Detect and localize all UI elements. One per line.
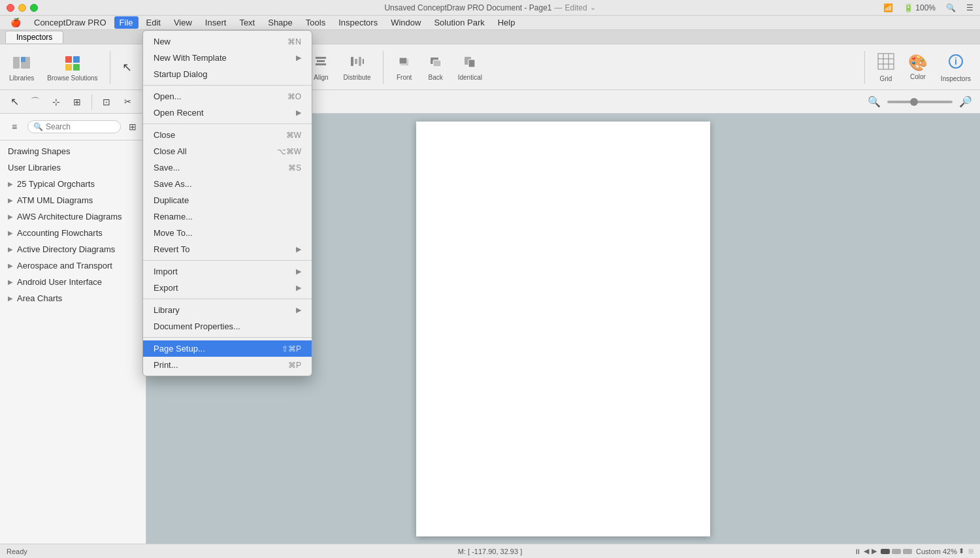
menu-sep-3 <box>143 260 312 261</box>
menu-item-open-recent[interactable]: Open Recent ▶ <box>143 105 312 121</box>
menu-item-revert[interactable]: Revert To ▶ <box>143 241 312 257</box>
menu-item-rename[interactable]: Rename... <box>143 208 312 225</box>
submenu-arrow: ▶ <box>296 267 301 276</box>
submenu-arrow: ▶ <box>296 54 301 62</box>
menu-item-save-as[interactable]: Save As... <box>143 176 312 192</box>
menu-item-close[interactable]: Close ⌘W <box>143 127 312 143</box>
submenu-arrow: ▶ <box>296 284 301 292</box>
menu-item-move-to[interactable]: Move To... <box>143 225 312 241</box>
menu-item-doc-properties[interactable]: Document Properties... <box>143 318 312 335</box>
submenu-arrow: ▶ <box>296 245 301 254</box>
menu-item-save[interactable]: Save... ⌘S <box>143 159 312 176</box>
menu-item-duplicate[interactable]: Duplicate <box>143 192 312 208</box>
menu-item-startup[interactable]: Startup Dialog <box>143 66 312 82</box>
menu-item-close-all[interactable]: Close All ⌥⌘W <box>143 143 312 159</box>
file-dropdown-menu: New ⌘N New With Template ▶ Startup Dialo… <box>142 30 312 376</box>
dropdown-overlay: New ⌘N New With Template ▶ Startup Dialo… <box>0 0 980 558</box>
submenu-arrow: ▶ <box>296 108 301 117</box>
menu-item-new-template[interactable]: New With Template ▶ <box>143 50 312 66</box>
menu-item-export[interactable]: Export ▶ <box>143 280 312 296</box>
menu-item-print[interactable]: Print... ⌘P <box>143 357 312 373</box>
menu-item-page-setup[interactable]: Page Setup... ⇧⌘P <box>143 340 312 357</box>
menu-item-import[interactable]: Import ▶ <box>143 263 312 280</box>
submenu-arrow: ▶ <box>296 306 301 314</box>
menu-sep-4 <box>143 299 312 299</box>
menu-sep-2 <box>143 123 312 124</box>
menu-item-new[interactable]: New ⌘N <box>143 33 312 50</box>
menu-item-open[interactable]: Open... ⌘O <box>143 88 312 105</box>
menu-sep-5 <box>143 337 312 338</box>
menu-sep-1 <box>143 85 312 86</box>
menu-item-library[interactable]: Library ▶ <box>143 302 312 318</box>
